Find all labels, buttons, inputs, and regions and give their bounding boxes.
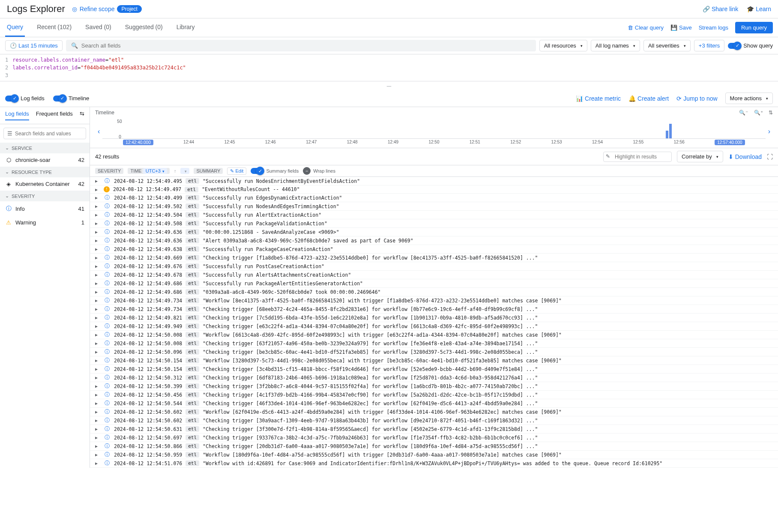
expand-row-icon[interactable]: ▶	[95, 238, 100, 243]
log-row[interactable]: ▶ⓘ2024-08-12 12:54:49.678etl"Successfull…	[90, 271, 778, 279]
resource-type-header[interactable]: ⌄RESOURCE TYPE	[0, 167, 90, 177]
expand-row-icon[interactable]: ▶	[95, 247, 100, 251]
resources-dropdown[interactable]: All resources	[539, 40, 587, 51]
expand-row-icon[interactable]: ▶	[95, 307, 100, 311]
sidebar-search[interactable]: ☰	[3, 128, 86, 139]
log-row[interactable]: ▶ⓘ2024-08-12 12:54:49.686etl"Successfull…	[90, 279, 778, 288]
expand-row-icon[interactable]: ▶	[95, 179, 100, 183]
expand-row-icon[interactable]: ▶	[95, 221, 100, 226]
search-fields-input[interactable]: 🔍	[66, 40, 536, 51]
create-metric-button[interactable]: 📊Create metric	[576, 95, 621, 102]
severities-dropdown[interactable]: All severities	[643, 40, 691, 51]
expand-row-icon[interactable]: ▶	[95, 298, 100, 303]
stream-logs-button[interactable]: Stream logs	[699, 24, 728, 31]
expand-row-icon[interactable]: ▶	[95, 350, 100, 354]
more-actions-dropdown[interactable]: More actions	[725, 93, 773, 104]
severity-info-item[interactable]: ⓘInfo41	[0, 201, 90, 216]
time-range-button[interactable]: 🕐Last 15 minutes	[5, 40, 63, 51]
expand-row-icon[interactable]: ▶	[95, 435, 100, 440]
sort-asc-icon[interactable]: ↑	[174, 168, 177, 173]
log-row[interactable]: ▶ⓘ2024-08-12 12:54:50.544etl"Checking tr…	[90, 399, 778, 408]
tab-suggested[interactable]: Suggested (0)	[123, 18, 165, 37]
log-row[interactable]: ▶ⓘ2024-08-12 12:54:49.502etl"Successfull…	[90, 202, 778, 211]
sort-dropdown[interactable]	[180, 168, 189, 174]
expand-row-icon[interactable]: ▶	[95, 187, 100, 192]
log-row[interactable]: ▶ⓘ2024-08-12 12:54:49.734etl"Workflow [8…	[90, 296, 778, 305]
fullscreen-icon[interactable]: ⛶	[767, 153, 773, 160]
log-row[interactable]: ▶ⓘ2024-08-12 12:54:50.154etl"Checking tr…	[90, 365, 778, 374]
tab-library[interactable]: Library	[175, 18, 197, 37]
log-row[interactable]: ▶ⓘ2024-08-12 12:54:49.499etl"Successfull…	[90, 194, 778, 202]
timeline-toggle[interactable]: Timeline	[53, 95, 90, 102]
search-input[interactable]	[81, 42, 531, 49]
jump-to-now-button[interactable]: ⟳Jump to now	[676, 95, 717, 102]
log-row[interactable]: ▶ⓘ2024-08-12 12:54:50.154etl"Workflow [3…	[90, 356, 778, 365]
expand-row-icon[interactable]: ▶	[95, 315, 100, 320]
expand-row-icon[interactable]: ▶	[95, 255, 100, 260]
expand-row-icon[interactable]: ▶	[95, 264, 100, 269]
create-alert-button[interactable]: 🔔Create alert	[628, 95, 669, 102]
log-row[interactable]: ▶ⓘ2024-08-12 12:54:50.959etl"Workflow [1…	[90, 451, 778, 459]
correlate-dropdown[interactable]: Correlate by	[677, 151, 723, 162]
log-row[interactable]: ▶ⓘ2024-08-12 12:54:50.456etl"Checking tr…	[90, 391, 778, 399]
summary-fields-toggle[interactable]: Summary fields	[251, 168, 299, 174]
log-row[interactable]: ▶ⓘ2024-08-12 12:54:50.866etl"Checking tr…	[90, 442, 778, 451]
expand-row-icon[interactable]: ▶	[95, 452, 100, 457]
log-row[interactable]: ▶ⓘ2024-08-12 12:54:50.631etl"Checking tr…	[90, 425, 778, 433]
drag-handle-icon[interactable]: ⸺	[0, 81, 778, 90]
expand-row-icon[interactable]: ▶	[95, 272, 100, 277]
log-row[interactable]: ▶ⓘ2024-08-12 12:54:50.096etl"Checking tr…	[90, 348, 778, 356]
log-row[interactable]: ▶ⓘ2024-08-12 12:54:51.076etl"Workflow wi…	[90, 459, 778, 468]
expand-row-icon[interactable]: ▶	[95, 195, 100, 200]
log-row[interactable]: ▶ⓘ2024-08-12 12:54:49.638etl"Successfull…	[90, 245, 778, 254]
expand-row-icon[interactable]: ▶	[95, 384, 100, 389]
expand-row-icon[interactable]: ▶	[95, 427, 100, 431]
service-header[interactable]: ⌄SERVICE	[0, 143, 90, 153]
sidebar-search-input[interactable]	[15, 130, 82, 137]
log-row[interactable]: ▶ⓘ2024-08-12 12:54:50.602etl"Checking tr…	[90, 416, 778, 425]
log-row[interactable]: ▶ⓘ2024-08-12 12:54:49.686etl"0309a3a8-a6…	[90, 288, 778, 296]
log-row[interactable]: ▶ⓘ2024-08-12 12:54:50.008etl"Workflow [6…	[90, 331, 778, 339]
log-row[interactable]: ▶ⓘ2024-08-12 12:54:49.508etl"Successfull…	[90, 219, 778, 228]
log-row[interactable]: ▶ⓘ2024-08-12 12:54:50.602etl"Workflow [6…	[90, 408, 778, 416]
log-row[interactable]: ▶ⓘ2024-08-12 12:54:49.734etl"Checking tr…	[90, 305, 778, 314]
highlight-input[interactable]	[603, 152, 672, 162]
show-query-toggle[interactable]: Show query	[728, 42, 773, 49]
sidebar-tab-log-fields[interactable]: Log fields	[5, 111, 29, 120]
expand-row-icon[interactable]: ▶	[95, 204, 100, 209]
zoom-out-icon[interactable]: 🔍⁻	[739, 110, 748, 116]
tab-saved[interactable]: Saved (0)	[84, 18, 113, 37]
refine-scope-button[interactable]: ◎ Refine scope Project	[72, 5, 142, 13]
expand-row-icon[interactable]: ▶	[95, 461, 100, 466]
expand-row-icon[interactable]: ▶	[95, 375, 100, 380]
expand-row-icon[interactable]: ▶	[95, 332, 100, 337]
expand-row-icon[interactable]: ▶	[95, 324, 100, 329]
expand-row-icon[interactable]: ▶	[95, 444, 100, 448]
save-button[interactable]: 💾Save	[670, 24, 692, 31]
log-row[interactable]: ▶ⓘ2024-08-12 12:54:50.697etl"Checking tr…	[90, 433, 778, 442]
log-row[interactable]: ▶ⓘ2024-08-12 12:54:49.669etl"Checking tr…	[90, 254, 778, 262]
expand-row-icon[interactable]: ▶	[95, 418, 100, 423]
log-row[interactable]: ▶ⓘ2024-08-12 12:54:49.949etl"Checking tr…	[90, 322, 778, 331]
learn-button[interactable]: 🎓Learn	[747, 6, 771, 12]
log-row[interactable]: ▶ⓘ2024-08-12 12:54:49.636etl"00:00:00.12…	[90, 228, 778, 236]
log-row[interactable]: ▶!2024-08-12 12:54:49.497etl"EventWithou…	[90, 185, 778, 194]
expand-row-icon[interactable]: ▶	[95, 281, 100, 286]
download-button[interactable]: ⬇Download	[728, 153, 762, 160]
severity-warning-item[interactable]: ⚠Warning1	[0, 216, 90, 229]
log-row[interactable]: ▶ⓘ2024-08-12 12:54:50.008etl"Checking tr…	[90, 339, 778, 348]
log-row[interactable]: ▶ⓘ2024-08-12 12:54:49.676etl"Successfull…	[90, 262, 778, 271]
clear-query-button[interactable]: 🗑Clear query	[628, 24, 664, 31]
log-row[interactable]: ▶ⓘ2024-08-12 12:54:50.312etl"Checking tr…	[90, 374, 778, 382]
plus-filters-button[interactable]: +3 filters	[694, 40, 725, 51]
expand-row-icon[interactable]: ▶	[95, 212, 100, 217]
wrap-lines-toggle[interactable]: −Wrap lines	[303, 167, 335, 175]
sidebar-tab-frequent[interactable]: Frequent fields	[36, 111, 73, 120]
expand-row-icon[interactable]: ▶	[95, 358, 100, 363]
tab-query[interactable]: Query	[5, 18, 25, 37]
edit-button[interactable]: ✎Edit	[227, 167, 246, 175]
share-link-button[interactable]: 🔗Share link	[703, 6, 738, 12]
log-row[interactable]: ▶ⓘ2024-08-12 12:54:49.504etl"Successfull…	[90, 211, 778, 219]
expand-row-icon[interactable]: ▶	[95, 367, 100, 371]
query-editor[interactable]: 123 resource.labels.container_name="etl"…	[0, 54, 778, 81]
